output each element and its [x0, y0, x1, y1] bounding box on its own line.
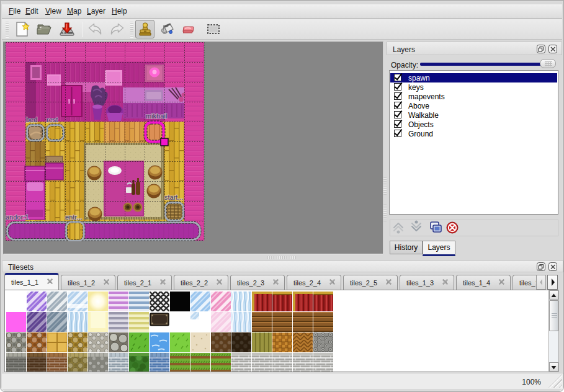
svg-text:andor:1: andor:1: [6, 213, 29, 221]
svg-text:start...: start...: [164, 194, 184, 201]
svg-text:entr...: entr...: [65, 213, 83, 221]
svg-text:bed: bed: [26, 116, 37, 123]
svg-text:rest: rest: [47, 116, 58, 123]
svg-text:mikhail: mikhail: [146, 112, 167, 120]
